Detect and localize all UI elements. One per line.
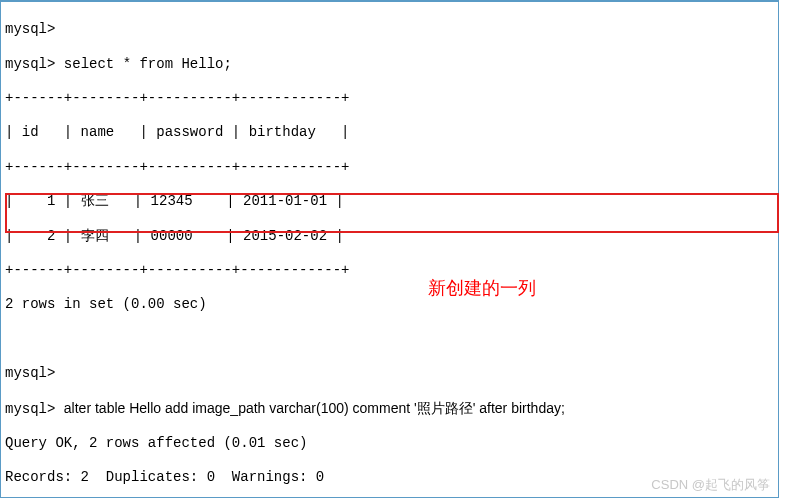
table-row: | 2 | 李四 | 00000 | 2015-02-02 | — [5, 228, 774, 245]
blank-line — [5, 331, 774, 348]
sql-select: select * from Hello; — [64, 56, 232, 72]
table-sep: +------+--------+----------+------------… — [5, 262, 774, 279]
prompt: mysql> — [5, 56, 55, 72]
prompt: mysql> — [5, 365, 55, 381]
prompt-line[interactable]: mysql> — [5, 365, 774, 382]
records-line: Records: 2 Duplicates: 0 Warnings: 0 — [5, 469, 774, 486]
query-ok: Query OK, 2 rows affected (0.01 sec) — [5, 435, 774, 452]
sql-alter: alter table Hello add image_path varchar… — [64, 400, 565, 416]
table-sep: +------+--------+----------+------------… — [5, 90, 774, 107]
prompt: mysql> — [5, 401, 55, 417]
table-header: | id | name | password | birthday | — [5, 124, 774, 141]
prompt-line[interactable]: mysql> — [5, 21, 774, 38]
prompt-line[interactable]: mysql> select * from Hello; — [5, 56, 774, 73]
terminal-window[interactable]: mysql> mysql> select * from Hello; +----… — [0, 0, 779, 498]
result-summary: 2 rows in set (0.00 sec) — [5, 296, 774, 313]
table-row: | 1 | 张三 | 12345 | 2011-01-01 | — [5, 193, 774, 210]
prompt: mysql> — [5, 21, 55, 37]
prompt-line[interactable]: mysql> alter table Hello add image_path … — [5, 400, 774, 418]
table-sep: +------+--------+----------+------------… — [5, 159, 774, 176]
annotation-text: 新创建的一列 — [428, 280, 536, 297]
